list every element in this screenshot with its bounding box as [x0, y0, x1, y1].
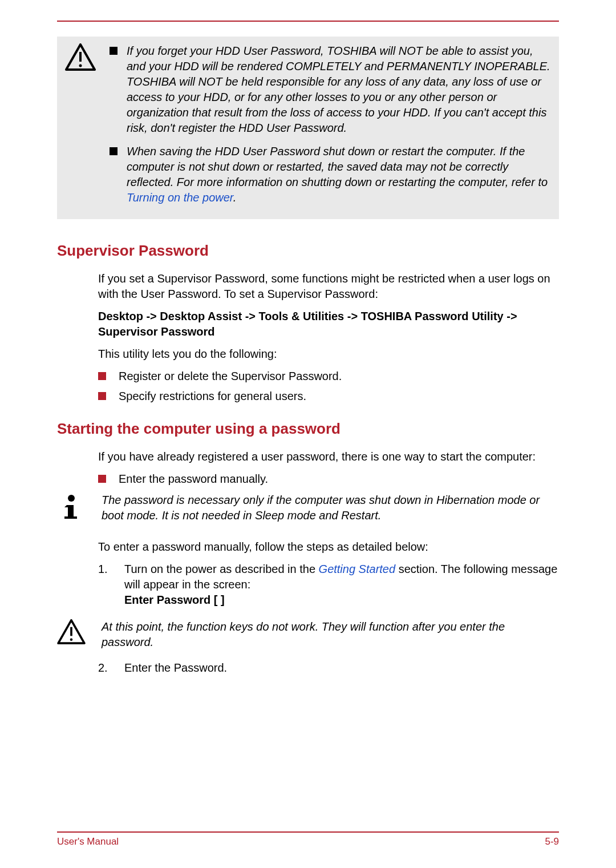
warning-item: When saving the HDD User Password shut d…	[110, 144, 551, 205]
link-turning-on-power[interactable]: Turning on the power	[127, 191, 233, 204]
page-footer: User's Manual 5-9	[57, 831, 559, 847]
info-icon	[57, 492, 90, 521]
paragraph: This utility lets you do the following:	[98, 346, 559, 362]
square-bullet-icon	[98, 372, 106, 380]
list-item: Enter the password manually.	[98, 471, 559, 487]
paragraph: To enter a password manually, follow the…	[98, 539, 559, 555]
ordered-list-item: 1. Turn on the power as described in the…	[98, 562, 559, 615]
top-rule	[57, 21, 559, 22]
info-note: The password is necessary only if the co…	[57, 492, 559, 523]
square-bullet-icon	[98, 392, 106, 400]
svg-point-2	[79, 64, 82, 67]
step-number: 1.	[98, 562, 113, 615]
square-bullet-icon	[98, 475, 106, 483]
warning-text: At this point, the function keys do not …	[102, 619, 559, 650]
footer-page-number: 5-9	[545, 836, 559, 847]
warning-triangle-icon	[57, 619, 90, 644]
ordered-list-item: 2. Enter the Password.	[98, 660, 559, 676]
warning-item: If you forget your HDD User Password, TO…	[110, 43, 551, 136]
warning-function-keys: At this point, the function keys do not …	[57, 619, 559, 650]
square-bullet-icon	[110, 47, 117, 55]
paragraph: If you set a Supervisor Password, some f…	[98, 271, 559, 302]
svg-point-3	[68, 495, 75, 502]
navigation-path: Desktop -> Desktop Assist -> Tools & Uti…	[98, 309, 559, 340]
warning-box-hdd: If you forget your HDD User Password, TO…	[57, 37, 559, 219]
paragraph: If you have already registered a user pa…	[98, 449, 559, 465]
enter-password-prompt: Enter Password [ ]	[124, 592, 559, 608]
svg-point-6	[70, 638, 73, 641]
heading-starting-computer: Starting the computer using a password	[57, 420, 559, 438]
footer-left: User's Manual	[57, 836, 119, 847]
square-bullet-icon	[110, 147, 117, 155]
heading-supervisor-password: Supervisor Password	[57, 242, 559, 260]
list-item: Specify restrictions for general users.	[98, 389, 559, 404]
info-text: The password is necessary only if the co…	[102, 492, 559, 523]
warning-text: When saving the HDD User Password shut d…	[127, 144, 551, 205]
list-item: Register or delete the Supervisor Passwo…	[98, 369, 559, 384]
step-number: 2.	[98, 660, 113, 676]
link-getting-started[interactable]: Getting Started	[319, 563, 396, 575]
warning-text: If you forget your HDD User Password, TO…	[127, 43, 551, 136]
warning-triangle-icon	[65, 43, 98, 71]
